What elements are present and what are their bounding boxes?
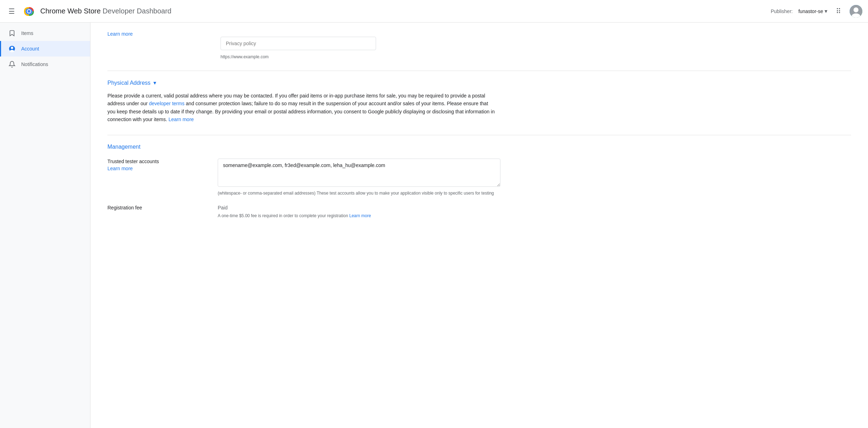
svg-point-7 <box>11 47 13 49</box>
trusted-tester-label: Trusted tester accounts <box>107 159 206 164</box>
bookmark-icon <box>8 30 16 37</box>
apps-grid-icon[interactable]: ⠿ <box>833 4 844 18</box>
bell-icon <box>8 61 16 68</box>
sidebar-items-label: Items <box>21 30 33 36</box>
hamburger-menu-icon[interactable]: ☰ <box>6 4 18 18</box>
chevron-down-icon: ▾ <box>825 8 827 14</box>
sidebar-notifications-label: Notifications <box>21 61 48 67</box>
svg-point-4 <box>854 7 858 12</box>
sidebar-item-account[interactable]: Account <box>0 41 90 57</box>
publisher-name: funastor-se <box>798 8 823 14</box>
privacy-policy-section: Learn more https://www.example.com <box>107 31 851 59</box>
registration-fee-learn-more-link[interactable]: Learn more <box>349 213 371 218</box>
sidebar-account-label: Account <box>21 46 39 52</box>
main-content: Learn more https://www.example.com Physi… <box>90 23 868 428</box>
physical-address-section: Physical Address ▾ Please provide a curr… <box>107 79 851 124</box>
app-header: ☰ Chrome Web Store Developer Dashboard P… <box>0 0 868 23</box>
chrome-logo <box>22 4 36 18</box>
physical-address-title[interactable]: Physical Address <box>107 80 151 86</box>
chevron-down-icon[interactable]: ▾ <box>153 79 156 86</box>
trusted-tester-learn-more-link[interactable]: Learn more <box>107 166 133 171</box>
trusted-tester-hint: (whitespace- or comma-separated email ad… <box>218 190 500 196</box>
divider-2 <box>107 135 851 135</box>
sidebar-item-items[interactable]: Items <box>0 25 90 41</box>
svg-point-8 <box>10 50 14 52</box>
sidebar-item-notifications[interactable]: Notifications <box>0 57 90 72</box>
publisher-dropdown[interactable]: funastor-se ▾ <box>798 8 827 14</box>
registration-fee-value: Paid <box>218 205 851 210</box>
privacy-policy-hint: https://www.example.com <box>221 54 851 59</box>
account-circle-icon <box>8 45 16 52</box>
publisher-label: Publisher: <box>771 8 793 14</box>
app-title: Chrome Web Store Developer Dashboard <box>40 7 171 15</box>
sidebar: Items Account Notifications <box>0 23 90 428</box>
privacy-policy-input[interactable] <box>221 37 376 50</box>
registration-fee-row: Registration fee Paid A one-time $5.00 f… <box>107 205 851 218</box>
registration-fee-label: Registration fee <box>107 205 206 210</box>
management-section: Management Trusted tester accounts Learn… <box>107 144 851 218</box>
svg-point-2 <box>28 10 30 13</box>
user-avatar[interactable] <box>850 5 862 18</box>
top-learn-more-link[interactable]: Learn more <box>107 31 133 37</box>
registration-fee-hint: A one-time $5.00 fee is required in orde… <box>218 213 500 218</box>
management-title: Management <box>107 144 851 150</box>
divider-1 <box>107 71 851 71</box>
developer-terms-link[interactable]: developer terms <box>149 101 184 106</box>
trusted-tester-row: Trusted tester accounts Learn more somen… <box>107 159 851 196</box>
physical-address-description: Please provide a current, valid postal a… <box>107 92 496 124</box>
main-layout: Items Account Notifications <box>0 23 868 428</box>
physical-address-learn-more-link[interactable]: Learn more <box>169 117 194 122</box>
trusted-tester-textarea[interactable]: somename@example.com, fr3ed@example.com,… <box>218 159 500 187</box>
